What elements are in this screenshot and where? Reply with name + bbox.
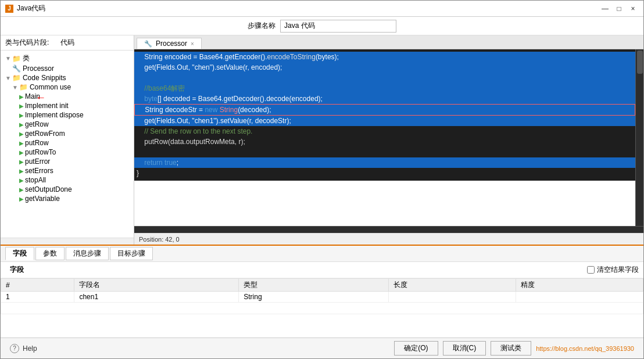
code-line (134, 147, 635, 157)
footer-left: ? Help (10, 344, 37, 353)
fields-toolbar: 字段 清空结果字段 (1, 262, 643, 278)
window-title: Java代码 (17, 3, 45, 13)
expand-arrow: ▶ (19, 149, 24, 156)
tree-label: Implement dispose (25, 111, 84, 119)
tree-item-seterrors[interactable]: ▶ setErrors (1, 166, 134, 175)
fields-area: 字段 清空结果字段 # 字段名 类型 长度 精度 (1, 262, 643, 338)
clear-fields-checkbox[interactable] (587, 266, 595, 274)
expand-arrow: ▶ (19, 196, 24, 202)
tree-item-main[interactable]: ▶ Main ← (1, 92, 134, 101)
expand-arrow: ▶ (19, 168, 24, 174)
tab-target-label: 目标步骤 (117, 249, 145, 257)
code-scrollbar-h[interactable] (134, 226, 643, 233)
tree-item-putrowto[interactable]: ▶ putRowTo (1, 148, 134, 157)
tree-label: putError (25, 157, 50, 166)
expand-arrow: ▶ (19, 186, 24, 193)
code-text: byte[] decoded = Base64.getDecoder().dec… (134, 94, 323, 104)
code-text: return true; (134, 157, 178, 168)
folder-icon: 📁 (12, 55, 21, 63)
title-bar-controls: — □ × (599, 3, 639, 15)
help-label[interactable]: Help (23, 344, 37, 353)
tree-item-code-snippits[interactable]: ▼ 📁 Code Snippits (1, 73, 134, 82)
tab-params-label: 参数 (43, 249, 57, 257)
tab-close-icon[interactable]: × (191, 41, 194, 47)
table-row-empty (1, 303, 643, 314)
code-line: } (134, 168, 635, 178)
code-line: get(Fields.Out, "chen1").setValue(r, dec… (134, 116, 635, 126)
confirm-button[interactable]: 确定(O) (394, 341, 438, 356)
app-icon: J (5, 5, 13, 13)
tab-message-steps[interactable]: 消息步骤 (66, 247, 109, 260)
tree-item-common-use[interactable]: ▼ 📁 Common use (1, 82, 134, 92)
code-wrapper: String encoded = Base64.getEncoder().enc… (134, 49, 643, 226)
step-name-bar: 步骤名称 (1, 17, 643, 35)
close-button[interactable]: × (627, 3, 639, 15)
fields-section-title: 字段 (5, 265, 584, 275)
code-text: String decodeStr = new String(decoded); (135, 105, 271, 115)
step-name-input[interactable] (280, 20, 396, 33)
tab-fields[interactable]: 字段 (5, 247, 34, 260)
tree-item-putrow[interactable]: ▶ putRow (1, 138, 134, 148)
expand-arrow: ▶ (19, 103, 24, 109)
tree-label: Code Snippits (23, 74, 66, 82)
expand-arrow: ▶ (19, 140, 24, 146)
tree-area[interactable]: ▼ 📁 类 🔧 Processor ▼ 📁 Code Snippits ▼ (1, 51, 134, 238)
tab-params[interactable]: 参数 (35, 247, 65, 260)
cancel-button[interactable]: 取消(C) (443, 341, 486, 356)
code-tab-processor[interactable]: 🔧 Processor × (137, 38, 202, 49)
expand-arrow: ▶ (19, 131, 24, 137)
tree-label: putRowTo (25, 148, 56, 156)
scrollbar-thumb[interactable] (637, 51, 643, 74)
fields-table: # 字段名 类型 长度 精度 1 chen1 String (1, 278, 643, 314)
code-scroll[interactable]: String encoded = Base64.getEncoder().enc… (134, 49, 635, 226)
tab-label: Processor (156, 40, 187, 48)
cell-precision (516, 292, 643, 303)
col-length: 长度 (389, 279, 516, 292)
col-field-name: 字段名 (74, 279, 239, 292)
code-line: putRow(data.outputRowMeta, r); (134, 137, 635, 147)
bottom-panel: 字段 参数 消息步骤 目标步骤 字段 清空结果字段 (1, 245, 643, 338)
code-text: putRow(data.outputRowMeta, r); (134, 137, 245, 147)
left-panel-header: 类与代码片段: 代码 (1, 35, 134, 51)
expand-arrow: ▶ (19, 94, 24, 100)
test-button[interactable]: 测试类 (491, 341, 531, 356)
tree-item-stopall[interactable]: ▶ stopAll (1, 175, 134, 185)
position-bar: Position: 42, 0 (134, 233, 643, 245)
tree-item-puterror[interactable]: ▶ putError (1, 157, 134, 166)
maximize-button[interactable]: □ (613, 3, 625, 15)
tree-label: Main (25, 92, 40, 100)
tree-item-implement-init[interactable]: ▶ Implement init (1, 101, 134, 110)
tree-item-class-root[interactable]: ▼ 📁 类 (1, 53, 134, 64)
tree-label: Processor (23, 64, 54, 73)
tree-item-getrow[interactable]: ▶ getRow (1, 120, 134, 129)
tree-item-getvariable[interactable]: ▶ getVariable (1, 194, 134, 203)
main-area: 类与代码片段: 代码 ▼ 📁 类 🔧 Processor ▼ 📁 (1, 35, 643, 245)
tree-label: getVariable (25, 195, 60, 203)
code-line: return true; (134, 157, 635, 168)
expand-arrow: ▼ (5, 55, 11, 62)
code-line: get(Fields.Out, "chen").setValue(r, enco… (134, 62, 635, 73)
code-line: // Send the row on to the next step. (134, 126, 635, 137)
table-row: 1 chen1 String (1, 292, 643, 303)
code-text: String encoded = Base64.getEncoder().enc… (134, 52, 339, 62)
title-bar-left: J Java代码 (5, 3, 45, 13)
tree-label: putRow (25, 139, 49, 147)
tree-item-processor[interactable]: 🔧 Processor (1, 64, 134, 73)
tree-item-implement-dispose[interactable]: ▶ Implement dispose (1, 110, 134, 120)
code-tabs: 🔧 Processor × (134, 35, 643, 49)
code-text: } (134, 168, 139, 178)
footer-right: 确定(O) 取消(C) 测试类 https://blog.csdn.net/qq… (394, 341, 634, 356)
class-icon: 🔧 (12, 64, 21, 73)
tree-label: stopAll (25, 176, 46, 184)
tab-target-steps[interactable]: 目标步骤 (110, 247, 153, 260)
code-text: //base64解密 (134, 83, 185, 94)
code-scrollbar-v[interactable] (635, 49, 643, 226)
cell-length (389, 292, 516, 303)
csdn-link[interactable]: https://blog.csdn.net/qq_39361930 (536, 345, 634, 352)
tree-item-setoutputdone[interactable]: ▶ setOutputDone (1, 185, 134, 194)
code-line: String encoded = Base64.getEncoder().enc… (134, 52, 635, 62)
tree-label: Common use (30, 83, 71, 91)
tree-scrollbar-h[interactable] (1, 238, 134, 245)
minimize-button[interactable]: — (599, 3, 611, 15)
tree-item-getrowfrom[interactable]: ▶ getRowFrom (1, 129, 134, 138)
